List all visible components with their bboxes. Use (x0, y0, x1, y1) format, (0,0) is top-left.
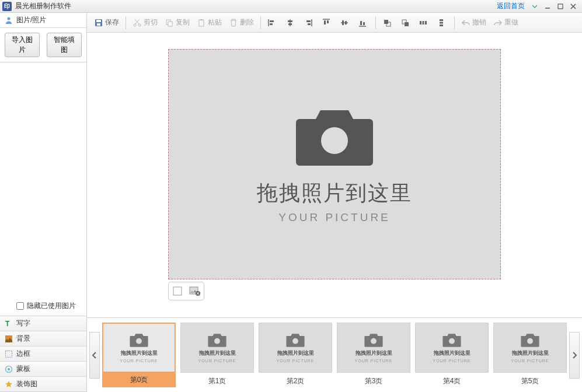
app-title: 晨光相册制作软件 (15, 1, 497, 11)
copy-label: 复制 (176, 18, 190, 27)
text-icon: T (5, 320, 13, 328)
filmstrip-page-3[interactable]: 拖拽照片到这里 YOUR PICTURE 第3页 (337, 323, 410, 387)
svg-rect-39 (420, 21, 421, 24)
canvas-tool-image-delete[interactable] (189, 285, 201, 298)
filmstrip-page-1[interactable]: 拖拽照片到这里 YOUR PICTURE 第1页 (180, 323, 254, 387)
cut-label: 剪切 (144, 18, 158, 27)
sidebar-tab-label: 图片/照片 (16, 15, 46, 25)
filmstrip-track: 拖拽照片到这里 YOUR PICTURE 第0页 拖拽照片到这里 YOUR PI… (100, 319, 569, 391)
filmstrip-page-0[interactable]: 拖拽照片到这里 YOUR PICTURE 第0页 (102, 323, 176, 387)
save-icon (94, 18, 103, 27)
align-left-button[interactable] (264, 15, 282, 30)
undo-label: 撤销 (472, 18, 486, 27)
sidebar-tab-label: 装饰图 (16, 379, 37, 389)
svg-point-2 (8, 17, 11, 20)
thumb-sub: YOUR PICTURE (198, 359, 236, 363)
thumb-sub: YOUR PICTURE (511, 359, 549, 363)
camera-icon (294, 104, 375, 169)
back-home-link[interactable]: 返回首页 (497, 1, 525, 11)
send-back-button[interactable] (397, 15, 415, 30)
distribute-h-button[interactable] (415, 15, 433, 30)
page-thumbnail: 拖拽照片到这里 YOUR PICTURE (493, 323, 567, 373)
svg-rect-9 (96, 20, 101, 22)
redo-label: 重做 (504, 18, 518, 27)
maximize-button[interactable] (554, 2, 567, 11)
filmstrip-page-5[interactable]: 拖拽照片到这里 YOUR PICTURE 第5页 (493, 323, 567, 387)
sidebar-tab-label: 背景 (16, 334, 30, 344)
hide-used-row: 隐藏已使用图片 (0, 296, 86, 316)
filmstrip-page-4[interactable]: 拖拽照片到这里 YOUR PICTURE 第4页 (415, 323, 489, 387)
svg-rect-24 (306, 20, 311, 22)
align-top-icon (322, 18, 331, 27)
redo-icon (493, 18, 503, 27)
svg-rect-5 (6, 351, 12, 357)
svg-point-11 (134, 24, 136, 26)
svg-rect-42 (440, 19, 443, 21)
align-top-button[interactable] (318, 15, 336, 30)
delete-button[interactable]: 删除 (225, 15, 257, 30)
canvas-area: 拖拽照片到这里 YOUR PICTURE (87, 33, 582, 317)
minimize-button[interactable] (541, 2, 554, 11)
sidebar-tab-photos[interactable]: 图片/照片 (0, 13, 86, 28)
thumb-text: 拖拽照片到这里 (356, 349, 392, 357)
svg-rect-44 (440, 24, 443, 26)
svg-rect-30 (342, 20, 344, 25)
canvas-drop-zone[interactable]: 拖拽照片到这里 YOUR PICTURE (168, 49, 501, 279)
bring-front-icon (382, 18, 392, 27)
paste-icon (197, 18, 206, 27)
hide-used-label: 隐藏已使用图片 (27, 301, 76, 311)
bring-front-button[interactable] (379, 15, 397, 30)
filmstrip-page-2[interactable]: 拖拽照片到这里 YOUR PICTURE 第2页 (259, 323, 332, 387)
filmstrip-prev-button[interactable] (89, 332, 100, 379)
smart-fill-button[interactable]: 智能填图 (47, 33, 82, 57)
svg-rect-40 (423, 21, 424, 24)
camera-icon (285, 332, 305, 348)
thumb-sub: YOUR PICTURE (355, 359, 393, 363)
separator (375, 16, 376, 29)
sidebar-tab-text[interactable]: T 写字 (0, 316, 86, 331)
copy-icon (165, 18, 174, 27)
thumb-sub: YOUR PICTURE (120, 359, 158, 363)
copy-button[interactable]: 复制 (161, 15, 193, 30)
svg-rect-14 (168, 22, 172, 26)
dropdown-icon[interactable] (528, 2, 541, 11)
redo-button[interactable]: 重做 (490, 15, 522, 30)
align-right-button[interactable] (300, 15, 318, 30)
camera-icon (364, 332, 384, 348)
save-label: 保存 (105, 18, 119, 27)
separator (126, 16, 126, 29)
drop-subtext: YOUR PICTURE (278, 211, 391, 224)
distribute-v-button[interactable] (433, 15, 451, 30)
align-right-icon (304, 18, 313, 27)
canvas-tool-blank[interactable] (171, 285, 184, 298)
import-image-button[interactable]: 导入图片 (5, 33, 40, 57)
page-label: 第1页 (208, 376, 226, 386)
camera-icon (520, 332, 540, 348)
align-center-h-button[interactable] (282, 15, 300, 30)
paste-button[interactable]: 粘贴 (193, 15, 225, 30)
page-thumbnail: 拖拽照片到这里 YOUR PICTURE (259, 323, 332, 373)
thumb-text: 拖拽照片到这里 (512, 349, 549, 357)
svg-rect-27 (324, 20, 326, 24)
save-button[interactable]: 保存 (90, 15, 123, 30)
page-thumbnail: 拖拽照片到这里 YOUR PICTURE (337, 323, 410, 373)
align-middle-button[interactable] (336, 15, 354, 30)
filmstrip-next-button[interactable] (569, 332, 580, 379)
undo-button[interactable]: 撤销 (458, 15, 490, 30)
cut-button[interactable]: 剪切 (129, 15, 161, 30)
sidebar-tab-border[interactable]: 边框 (0, 346, 86, 362)
align-left-icon (267, 18, 277, 27)
sidebar-tab-background[interactable]: 背景 (0, 331, 86, 346)
thumb-text: 拖拽照片到这里 (121, 349, 158, 357)
svg-rect-19 (270, 23, 273, 25)
align-bottom-button[interactable] (354, 15, 372, 30)
sidebar-tab-decor[interactable]: 装饰图 (0, 377, 86, 392)
sidebar-tab-mask[interactable]: 蒙板 (0, 362, 86, 377)
svg-rect-41 (425, 21, 427, 24)
svg-rect-31 (345, 21, 347, 24)
align-center-h-icon (285, 18, 295, 27)
hide-used-checkbox[interactable] (16, 302, 24, 310)
svg-point-7 (8, 368, 10, 370)
svg-rect-21 (288, 20, 292, 22)
close-button[interactable] (567, 2, 580, 11)
